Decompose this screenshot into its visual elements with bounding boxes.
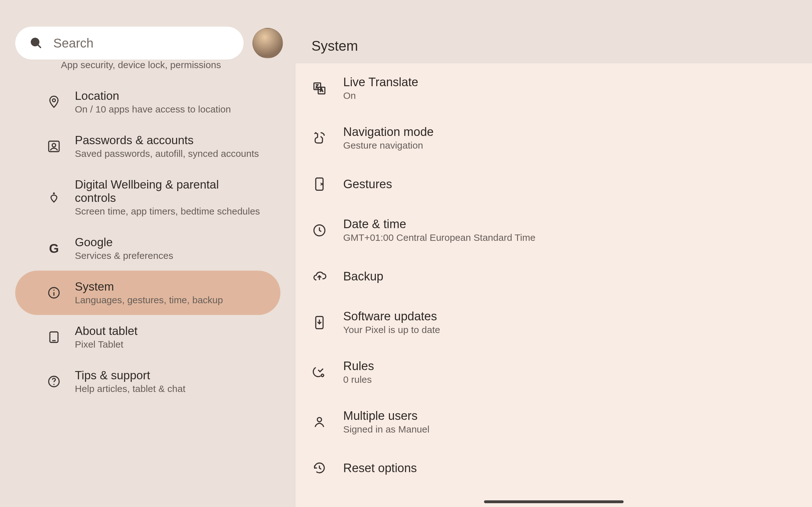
setting-subtitle: Signed in as Manuel bbox=[343, 424, 429, 435]
setting-software-updates[interactable]: Software updates Your Pixel is up to dat… bbox=[296, 297, 812, 347]
sidebar-item-subtitle: Saved passwords, autofill, synced accoun… bbox=[75, 148, 259, 159]
setting-subtitle: Your Pixel is up to date bbox=[343, 325, 440, 335]
translate-icon bbox=[312, 81, 327, 96]
sidebar-item-title: Digital Wellbeing & parental controls bbox=[75, 178, 263, 205]
sidebar-item-tips[interactable]: Tips & support Help articles, tablet & c… bbox=[15, 359, 281, 404]
person-icon bbox=[312, 415, 327, 429]
help-icon bbox=[47, 375, 61, 389]
search-placeholder: Search bbox=[53, 36, 94, 50]
sidebar-item-subtitle: Help articles, tablet & chat bbox=[75, 383, 186, 394]
sidebar-item-subtitle: Languages, gestures, time, backup bbox=[75, 295, 223, 305]
setting-reset-options[interactable]: Reset options bbox=[296, 447, 812, 489]
detail-pane: System Live Translate On Navigation mode… bbox=[296, 0, 812, 507]
setting-title: Live Translate bbox=[343, 75, 418, 89]
setting-title: Multiple users bbox=[343, 409, 429, 423]
wellbeing-icon bbox=[47, 190, 61, 205]
clock-icon bbox=[312, 223, 327, 238]
google-g-icon: G bbox=[47, 241, 61, 256]
rules-icon bbox=[312, 365, 327, 380]
settings-sidebar: Search App security, device lock, permis… bbox=[0, 0, 296, 507]
restore-icon bbox=[312, 461, 327, 475]
sidebar-item-subtitle: Screen time, app timers, bedtime schedul… bbox=[75, 206, 263, 217]
detail-header: System bbox=[296, 0, 812, 63]
sidebar-item-subtitle-truncated: App security, device lock, permissions bbox=[0, 60, 296, 80]
sidebar-item-passwords[interactable]: Passwords & accounts Saved passwords, au… bbox=[15, 124, 281, 169]
system-update-icon bbox=[312, 315, 327, 330]
page-title: System bbox=[311, 38, 358, 54]
setting-date-time[interactable]: Date & time GMT+01:00 Central European S… bbox=[296, 205, 812, 255]
sidebar-item-subtitle: Services & preferences bbox=[75, 250, 173, 261]
sidebar-item-title: About tablet bbox=[75, 325, 137, 338]
setting-live-translate[interactable]: Live Translate On bbox=[296, 63, 812, 113]
setting-title: Rules bbox=[343, 359, 374, 373]
setting-rules[interactable]: Rules 0 rules bbox=[296, 347, 812, 397]
sidebar-item-title: Passwords & accounts bbox=[75, 134, 259, 147]
setting-title: Navigation mode bbox=[343, 125, 434, 139]
cloud-up-icon bbox=[312, 269, 327, 284]
setting-navigation-mode[interactable]: Navigation mode Gesture navigation bbox=[296, 113, 812, 163]
search-icon bbox=[30, 37, 43, 49]
swipe-icon bbox=[312, 131, 327, 146]
setting-subtitle: Gesture navigation bbox=[343, 140, 434, 151]
setting-title: Backup bbox=[343, 270, 384, 283]
sidebar-item-title: Location bbox=[75, 89, 231, 103]
sidebar-item-title: Google bbox=[75, 236, 173, 249]
setting-subtitle: GMT+01:00 Central European Standard Time bbox=[343, 232, 536, 243]
info-icon bbox=[47, 286, 61, 300]
setting-title: Software updates bbox=[343, 309, 440, 323]
location-icon bbox=[47, 95, 61, 109]
setting-backup[interactable]: Backup bbox=[296, 255, 812, 297]
setting-title: Date & time bbox=[343, 217, 536, 231]
sidebar-item-about[interactable]: About tablet Pixel Tablet bbox=[15, 315, 281, 359]
setting-subtitle: On bbox=[343, 90, 418, 101]
account-box-icon bbox=[47, 139, 61, 153]
sidebar-item-subtitle: Pixel Tablet bbox=[75, 339, 137, 350]
sidebar-item-title: Tips & support bbox=[75, 369, 186, 382]
sidebar-item-google[interactable]: G Google Services & preferences bbox=[15, 226, 281, 271]
profile-avatar[interactable] bbox=[252, 28, 283, 58]
sidebar-item-location[interactable]: Location On / 10 apps have access to loc… bbox=[15, 80, 281, 124]
gesture-nav-handle[interactable] bbox=[484, 500, 623, 503]
sidebar-item-system[interactable]: System Languages, gestures, time, backup bbox=[15, 271, 281, 315]
setting-gestures[interactable]: Gestures bbox=[296, 163, 812, 205]
phone-gesture-icon bbox=[312, 177, 327, 191]
setting-subtitle: 0 rules bbox=[343, 374, 374, 385]
setting-title: Gestures bbox=[343, 177, 392, 191]
sidebar-item-subtitle: On / 10 apps have access to location bbox=[75, 104, 231, 115]
tablet-icon bbox=[47, 330, 61, 344]
setting-title: Reset options bbox=[343, 461, 417, 475]
sidebar-item-wellbeing[interactable]: Digital Wellbeing & parental controls Sc… bbox=[15, 169, 281, 226]
search-input[interactable]: Search bbox=[15, 26, 244, 60]
setting-multiple-users[interactable]: Multiple users Signed in as Manuel bbox=[296, 397, 812, 447]
sidebar-item-title: System bbox=[75, 280, 223, 293]
